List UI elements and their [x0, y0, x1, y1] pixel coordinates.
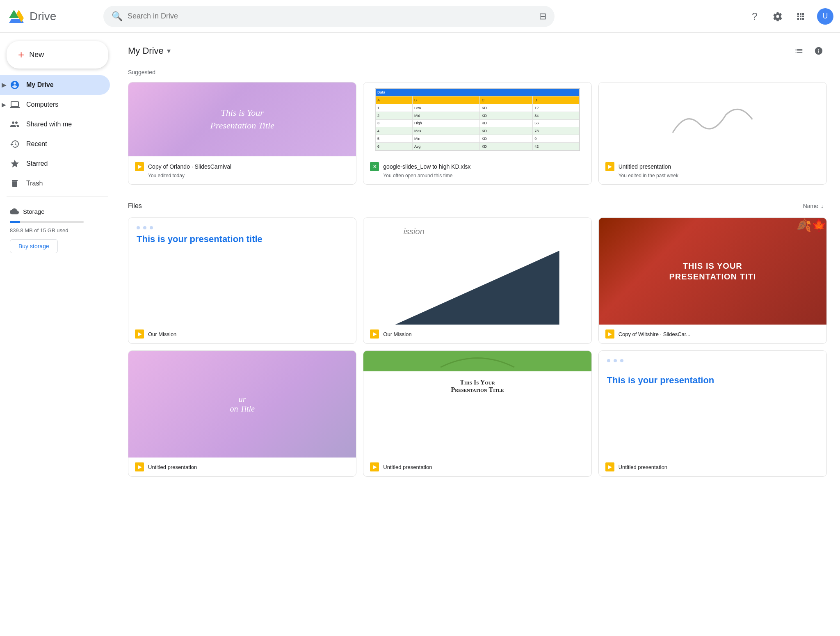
- new-button-label: New: [29, 50, 44, 59]
- file-slides-icon-2: ▶: [370, 329, 379, 339]
- file-card-1[interactable]: This is your presentation title ▶ Our Mi…: [128, 217, 356, 344]
- file-name-3: Copy of Wiltshire · SlidesCar...: [619, 331, 691, 337]
- file-thumb-5: This Is YourPresentation Title: [363, 351, 591, 458]
- suggested-info-row-1: ▶ Copy of Orlando · SlidesCarnival: [135, 162, 349, 171]
- green-title: This Is YourPresentation Title: [448, 375, 507, 397]
- sort-label: Name: [803, 203, 818, 209]
- main-actions: [791, 43, 827, 59]
- my-drive-icon: [10, 80, 20, 90]
- suggested-card-2[interactable]: Data ABCD 1LowKD12 2MidKD34 3HighKD56 4M…: [363, 82, 591, 185]
- suggested-thumb-text-1: This is YourPresentation Title: [206, 103, 278, 136]
- suggested-info-row-2: ✕ google-slides_Low to high KD.xlsx: [370, 162, 584, 171]
- title-chevron-icon[interactable]: ▾: [167, 46, 171, 55]
- file-card-2[interactable]: ission ▶ Our Mission: [363, 217, 591, 344]
- pres-dots-1: [137, 226, 348, 229]
- settings-button[interactable]: [768, 7, 788, 26]
- sidebar-item-label-my-drive: My Drive: [26, 81, 54, 89]
- file-thumb-6: This is your presentation: [599, 351, 826, 458]
- slides-type-icon: ▶: [135, 162, 144, 171]
- sidebar-item-label-shared: Shared with me: [26, 121, 72, 128]
- pres-title-1: This is your presentation title: [137, 233, 348, 245]
- file-thumb-2: ission: [363, 218, 591, 325]
- suggested-file-meta-3: You edited in the past week: [619, 173, 820, 178]
- sidebar-item-computers[interactable]: ▶ Computers: [0, 95, 110, 114]
- sort-button[interactable]: Name ↓: [800, 201, 827, 211]
- files-header: Files Name ↓: [128, 201, 827, 211]
- suggested-info-3: ▶ Untitled presentation You edited in th…: [599, 156, 826, 184]
- help-button[interactable]: ?: [745, 7, 765, 26]
- file-card-info-3: ▶ Copy of Wiltshire · SlidesCar...: [599, 325, 826, 343]
- sidebar-item-recent[interactable]: Recent: [0, 134, 110, 154]
- file-card-info-1: ▶ Our Mission: [128, 325, 356, 343]
- suggested-grid: This is YourPresentation Title ▶ Copy of…: [128, 82, 827, 185]
- sort-down-icon: ↓: [821, 203, 824, 209]
- computers-icon: [10, 100, 20, 110]
- storage-label: Storage: [10, 207, 105, 216]
- list-view-button[interactable]: [791, 43, 807, 59]
- file-slides-icon-1: ▶: [135, 329, 144, 339]
- suggested-card-3[interactable]: ▶ Untitled presentation You edited in th…: [598, 82, 827, 185]
- sidebar-item-starred[interactable]: Starred: [0, 154, 110, 174]
- suggested-file-name-2: google-slides_Low to high KD.xlsx: [383, 163, 470, 170]
- sidebar-divider: [7, 197, 108, 197]
- main-content: My Drive ▾ Suggested: [115, 33, 840, 636]
- sidebar-item-trash[interactable]: Trash: [0, 174, 110, 193]
- drive-logo-icon: [7, 7, 26, 26]
- apps-button[interactable]: [791, 7, 810, 26]
- sidebar-item-shared[interactable]: Shared with me: [0, 114, 110, 134]
- help-icon: ?: [752, 11, 757, 22]
- suggested-thumb-2: Data ABCD 1LowKD12 2MidKD34 3HighKD56 4M…: [363, 82, 591, 156]
- file-card-info-5: ▶ Untitled presentation: [363, 458, 591, 476]
- header: Drive 🔍 ⊟ ? U: [0, 0, 840, 33]
- file-name-4: Untitled presentation: [148, 464, 197, 470]
- suggested-thumb-3: [599, 82, 826, 156]
- storage-bar-fill: [10, 221, 20, 223]
- file-card-3[interactable]: 🍂🍁 THIS IS YOURPRESENTATION TITI ▶ Copy …: [598, 217, 827, 344]
- suggested-thumb-1: This is YourPresentation Title: [128, 82, 356, 156]
- main-header: My Drive ▾: [128, 43, 827, 59]
- logo-text: Drive: [30, 10, 56, 23]
- file-slides-icon-5: ▶: [370, 462, 379, 471]
- cloud-icon: [10, 207, 19, 216]
- sidebar-item-label-computers: Computers: [26, 101, 58, 108]
- search-bar[interactable]: 🔍 ⊟: [103, 6, 555, 27]
- sidebar-item-my-drive[interactable]: ▶ My Drive: [0, 75, 110, 95]
- chevron-icon: ▶: [2, 82, 6, 88]
- new-button[interactable]: + New: [7, 41, 108, 69]
- buy-storage-button[interactable]: Buy storage: [10, 239, 58, 253]
- sheets-type-icon: ✕: [370, 162, 379, 171]
- file-card-4[interactable]: uron Title ▶ Untitled presentation: [128, 350, 356, 477]
- storage-section: Storage 839.8 MB of 15 GB used Buy stora…: [0, 200, 115, 260]
- file-slides-icon-4: ▶: [135, 462, 144, 471]
- file-card-6[interactable]: This is your presentation ▶ Untitled pre…: [598, 350, 827, 477]
- files-grid: This is your presentation title ▶ Our Mi…: [128, 217, 827, 477]
- suggested-info-2: ✕ google-slides_Low to high KD.xlsx You …: [363, 156, 591, 184]
- file-card-info-6: ▶ Untitled presentation: [599, 458, 826, 476]
- search-input[interactable]: [128, 12, 534, 21]
- file-card-5[interactable]: This Is YourPresentation Title ▶ Untitle…: [363, 350, 591, 477]
- shared-icon: [10, 119, 20, 129]
- filter-icon[interactable]: ⊟: [539, 11, 546, 22]
- main-title-area: My Drive ▾: [128, 46, 171, 56]
- avatar[interactable]: U: [817, 8, 833, 25]
- header-actions: ? U: [745, 7, 833, 26]
- sidebar: + New ▶ My Drive ▶ Computers Shared with…: [0, 33, 115, 636]
- pres2-title: This is your presentation: [607, 375, 818, 387]
- file-thumb-4: uron Title: [128, 351, 356, 458]
- info-icon: [814, 46, 823, 55]
- file-name-6: Untitled presentation: [619, 464, 667, 470]
- green-arc: [386, 353, 568, 369]
- storage-bar-bg: [10, 221, 84, 223]
- info-button[interactable]: [810, 43, 827, 59]
- suggested-file-meta-2: You often open around this time: [383, 173, 584, 178]
- suggested-file-name-3: Untitled presentation: [619, 163, 671, 170]
- file-name-2: Our Mission: [383, 331, 411, 337]
- file-thumb-3: 🍂🍁 THIS IS YOURPRESENTATION TITI: [599, 218, 826, 325]
- suggested-label: Suggested: [128, 69, 827, 75]
- spreadsheet-mock: Data ABCD 1LowKD12 2MidKD34 3HighKD56 4M…: [375, 88, 580, 151]
- green-bar: [363, 351, 591, 371]
- file-card-info-2: ▶ Our Mission: [363, 325, 591, 343]
- storage-text: 839.8 MB of 15 GB used: [10, 227, 105, 233]
- files-label: Files: [128, 202, 142, 210]
- suggested-card-1[interactable]: This is YourPresentation Title ▶ Copy of…: [128, 82, 356, 185]
